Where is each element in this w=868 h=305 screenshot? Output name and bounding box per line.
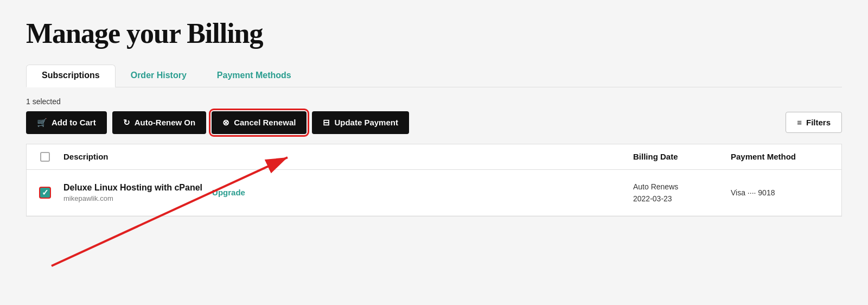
col-description: Description bbox=[55, 152, 624, 162]
tab-order-history[interactable]: Order History bbox=[116, 65, 202, 87]
filters-button[interactable]: ≡ Filters bbox=[786, 112, 842, 133]
upgrade-link[interactable]: Upgrade bbox=[212, 188, 245, 197]
cart-icon: 🛒 bbox=[37, 118, 47, 128]
page-title: Manage your Billing bbox=[26, 17, 842, 49]
description-cell: Deluxe Linux Hosting with cPanel mikepaw… bbox=[55, 183, 624, 202]
cancel-icon: ⊗ bbox=[222, 118, 229, 128]
billing-date-cell: Auto Renews 2022-03-23 bbox=[624, 181, 722, 205]
billing-date: 2022-03-23 bbox=[633, 193, 713, 205]
auto-renew-button[interactable]: ↻ Auto-Renew On bbox=[112, 111, 207, 134]
item-domain: mikepawlik.com bbox=[63, 194, 202, 202]
col-billing-date: Billing Date bbox=[624, 152, 722, 162]
add-to-cart-button[interactable]: 🛒 Add to Cart bbox=[26, 111, 107, 134]
tab-payment-methods[interactable]: Payment Methods bbox=[202, 65, 307, 87]
subscriptions-table: Description Billing Date Payment Method … bbox=[26, 144, 842, 217]
col-payment-method: Payment Method bbox=[722, 152, 841, 162]
selection-count: 1 selected bbox=[26, 97, 842, 106]
update-payment-button[interactable]: ⊟ Update Payment bbox=[312, 111, 409, 134]
col-checkbox bbox=[27, 152, 55, 162]
filters-label: Filters bbox=[806, 118, 831, 127]
payment-method-cell: Visa ···· 9018 bbox=[722, 188, 841, 197]
auto-renew-label: Auto-Renew On bbox=[135, 118, 196, 127]
row-checkbox[interactable] bbox=[39, 187, 51, 199]
renew-icon: ↻ bbox=[123, 118, 130, 128]
tab-subscriptions[interactable]: Subscriptions bbox=[26, 65, 116, 87]
item-name: Deluxe Linux Hosting with cPanel bbox=[63, 183, 202, 193]
payment-info: Visa ···· 9018 bbox=[731, 188, 833, 197]
update-payment-label: Update Payment bbox=[334, 118, 398, 127]
actions-row: 🛒 Add to Cart ↻ Auto-Renew On ⊗ Cancel R… bbox=[26, 111, 842, 134]
cancel-renewal-button[interactable]: ⊗ Cancel Renewal bbox=[212, 111, 307, 134]
header-checkbox[interactable] bbox=[40, 152, 50, 162]
billing-status: Auto Renews bbox=[633, 181, 713, 193]
payment-icon: ⊟ bbox=[323, 118, 330, 128]
cancel-renewal-label: Cancel Renewal bbox=[234, 118, 296, 127]
add-to-cart-label: Add to Cart bbox=[52, 118, 96, 127]
row-checkbox-cell bbox=[27, 187, 55, 199]
table-row: Deluxe Linux Hosting with cPanel mikepaw… bbox=[27, 170, 841, 217]
filters-icon: ≡ bbox=[797, 118, 802, 127]
table-header: Description Billing Date Payment Method bbox=[27, 144, 841, 170]
actions-left: 🛒 Add to Cart ↻ Auto-Renew On ⊗ Cancel R… bbox=[26, 111, 409, 134]
tabs-nav: Subscriptions Order History Payment Meth… bbox=[26, 65, 842, 87]
